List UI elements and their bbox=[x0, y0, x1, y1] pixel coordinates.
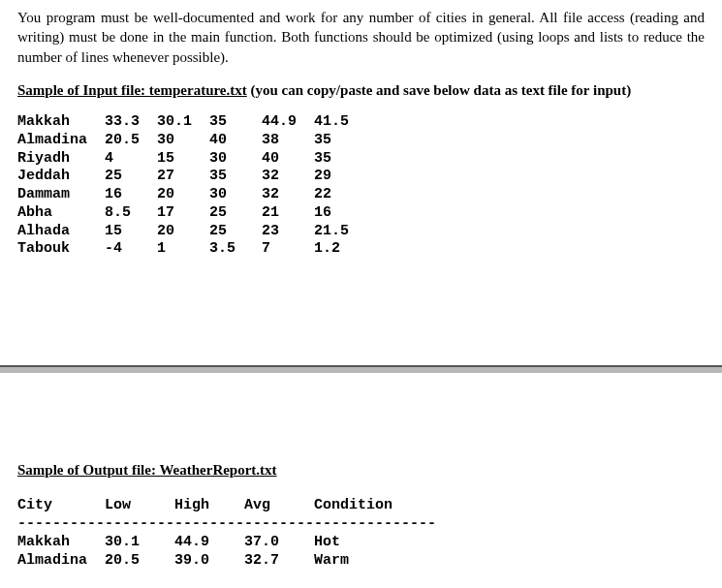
input-file-heading-underlined: Sample of Input file: temperature.txt bbox=[17, 82, 247, 98]
intro-paragraph: You program must be well-documented and … bbox=[17, 8, 705, 67]
input-file-heading: Sample of Input file: temperature.txt (y… bbox=[17, 80, 705, 100]
page-divider bbox=[0, 365, 722, 373]
input-file-heading-rest: (you can copy/paste and save below data … bbox=[247, 82, 631, 98]
input-data-block: Makkah 33.3 30.1 35 44.9 41.5 Almadina 2… bbox=[17, 113, 705, 259]
output-data-block: City Low High Avg Condition ------------… bbox=[17, 497, 705, 570]
output-file-heading: Sample of Output file: WeatherReport.txt bbox=[17, 460, 705, 480]
output-file-heading-underlined: Sample of Output file: WeatherReport.txt bbox=[17, 462, 277, 478]
